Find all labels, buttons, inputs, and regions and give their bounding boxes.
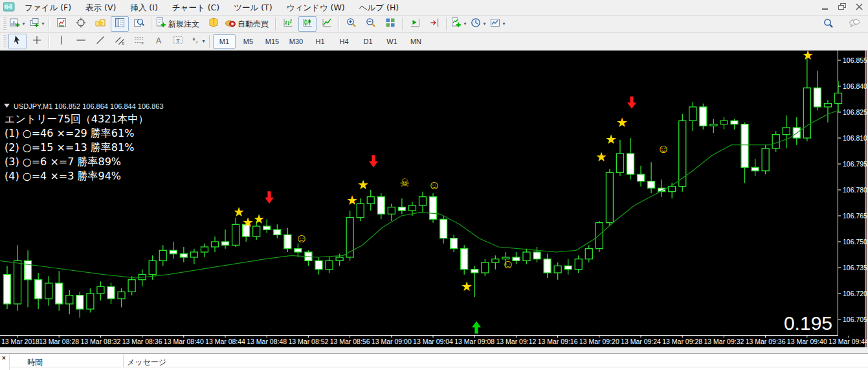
indicators-button[interactable]: ▾ xyxy=(450,16,468,32)
strategy-tester-button[interactable] xyxy=(130,16,148,32)
periods-icon xyxy=(471,17,481,30)
chevron-down-icon: ▾ xyxy=(202,39,205,44)
menu-item-5[interactable]: ウィンドウ (W) xyxy=(280,1,352,14)
chat-icon xyxy=(849,18,860,31)
zoom-out-icon xyxy=(366,17,376,30)
fibonacci-tool-button[interactable]: F xyxy=(130,34,148,49)
line-chart-button[interactable] xyxy=(318,16,336,32)
toolbar-separator xyxy=(209,35,210,48)
chart-area[interactable]: ★★★★★★★★★★☺☺☺☺☠106.855106.840106.825106.… xyxy=(0,51,868,347)
menu-item-1[interactable]: 表示 (V) xyxy=(78,1,123,14)
favorites-icon xyxy=(95,17,106,30)
chat-button[interactable] xyxy=(845,17,863,32)
timeframe-m15-button[interactable]: M15 xyxy=(261,34,284,49)
price-label: 106.780 xyxy=(843,186,867,194)
vertical-line-tool-button[interactable] xyxy=(52,34,71,49)
window-controls xyxy=(819,2,865,12)
chart-shift-button[interactable] xyxy=(425,16,443,32)
chevron-down-icon: ▾ xyxy=(483,21,485,27)
chart-plus-icon xyxy=(10,17,20,30)
chart-canvas[interactable]: ★★★★★★★★★★☺☺☺☺☠106.855106.840106.825106.… xyxy=(0,51,868,347)
crosshair-tool-button[interactable] xyxy=(28,34,46,49)
chevron-down-icon: ▾ xyxy=(463,21,466,27)
window-restore-button[interactable] xyxy=(836,2,849,12)
price-label: 106.855 xyxy=(843,56,867,64)
timeframe-m1-button[interactable]: M1 xyxy=(213,34,236,49)
menu-item-2[interactable]: 挿入 (I) xyxy=(123,1,164,14)
search-button[interactable] xyxy=(819,17,838,32)
skull-marker: ☠ xyxy=(399,177,409,189)
label-tool-button[interactable]: T xyxy=(169,34,187,49)
horizontal-line-tool-button[interactable] xyxy=(72,34,90,49)
new-order-button[interactable]: 新規注文 xyxy=(155,16,203,32)
window-minimize-button[interactable] xyxy=(819,2,832,12)
zoom-out-button[interactable] xyxy=(362,16,380,32)
trendline-icon xyxy=(95,35,106,48)
time-label: 13 Mar 09:32 xyxy=(704,338,744,345)
auto-scroll-button[interactable] xyxy=(406,16,424,32)
timeframe-m30-button[interactable]: M30 xyxy=(285,34,307,49)
auto-trading-button[interactable]: 自動売買 xyxy=(224,16,273,32)
window-close-button[interactable] xyxy=(852,2,865,12)
smiley-marker: ☺ xyxy=(428,178,440,192)
crosshair-icon xyxy=(76,17,86,30)
bar-chart-button[interactable] xyxy=(279,16,297,32)
time-label: 13 Mar 09:44 xyxy=(829,338,868,345)
time-label: 13 Mar 09:04 xyxy=(413,338,453,345)
autotrade-icon xyxy=(225,17,236,30)
shift-icon xyxy=(429,17,440,30)
new-chart-button[interactable]: ▾ xyxy=(8,16,27,32)
toolbar-separator xyxy=(446,17,447,30)
svg-text:A: A xyxy=(156,36,161,45)
tile-windows-button[interactable] xyxy=(381,16,399,32)
periods-button[interactable]: ▾ xyxy=(469,16,487,32)
text-a-icon: A xyxy=(153,35,164,48)
text-tool-button[interactable]: A xyxy=(150,34,168,49)
candle xyxy=(762,145,769,174)
auto-trading-button-label: 自動売買 xyxy=(238,19,271,30)
candlestick-chart-button[interactable] xyxy=(298,16,317,32)
profiles-button[interactable]: ▾ xyxy=(28,16,46,32)
channel-tool-button[interactable]: E xyxy=(111,34,129,49)
overlay-stats-line: (2) ○=15 ×=13 勝率81% xyxy=(5,141,134,154)
market-watch-button[interactable] xyxy=(52,16,71,32)
svg-text:T: T xyxy=(176,38,180,44)
timeframe-m5-button[interactable]: M5 xyxy=(237,34,260,49)
favorites-button[interactable] xyxy=(91,16,109,32)
cursor-tool-button[interactable] xyxy=(8,34,27,49)
time-label: 13 Mar 08:44 xyxy=(205,338,245,345)
app-icon xyxy=(3,2,15,14)
chevron-down-icon: ▾ xyxy=(22,21,25,27)
time-label: 13 Mar 08:52 xyxy=(288,338,328,345)
navigator-button[interactable] xyxy=(72,16,90,32)
time-label: 13 Mar 08:40 xyxy=(164,338,204,345)
search-icon xyxy=(823,18,834,31)
templates-button[interactable]: ▾ xyxy=(489,16,507,32)
zoom-in-button[interactable] xyxy=(342,16,361,32)
toolbar-right-icons xyxy=(819,17,864,32)
menu-item-0[interactable]: ファイル (F) xyxy=(17,1,78,14)
menu-item-3[interactable]: チャート (C) xyxy=(165,1,227,14)
timeframe-h4-button[interactable]: H4 xyxy=(333,34,355,49)
timeframe-h1-button[interactable]: H1 xyxy=(309,34,331,49)
candle xyxy=(430,193,437,222)
data-window-button[interactable] xyxy=(111,16,129,32)
metaeditor-button[interactable] xyxy=(205,16,223,32)
menu-item-4[interactable]: ツール (T) xyxy=(227,1,279,14)
text-label-icon: T xyxy=(173,35,183,48)
terminal-close-button[interactable]: × xyxy=(2,355,6,362)
time-label: 13 Mar 09:08 xyxy=(454,338,495,345)
time-label: 13 Mar 08:36 xyxy=(122,338,162,345)
star-marker: ★ xyxy=(461,279,473,294)
timeframe-d1-button[interactable]: D1 xyxy=(357,34,379,49)
time-label: 13 Mar 09:00 xyxy=(372,338,412,345)
trendline-tool-button[interactable] xyxy=(91,34,109,49)
divider xyxy=(123,354,124,367)
shapes-tool-button[interactable]: ▾ xyxy=(188,34,206,49)
star-marker: ★ xyxy=(595,150,607,164)
toolbar-separator xyxy=(49,35,50,48)
fibo-icon: F xyxy=(134,35,144,48)
timeframe-mn-button[interactable]: MN xyxy=(405,34,427,49)
timeframe-w1-button[interactable]: W1 xyxy=(381,34,403,49)
menu-item-6[interactable]: ヘルプ (H) xyxy=(352,1,406,14)
